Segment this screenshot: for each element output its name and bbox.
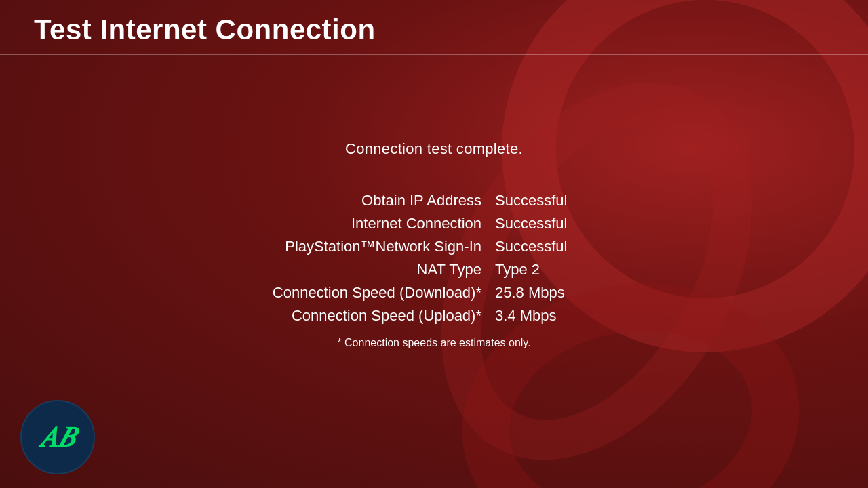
- result-label: Connection Speed (Upload)*: [237, 307, 495, 325]
- result-row: PlayStation™Network Sign-InSuccessful: [237, 238, 631, 256]
- result-label: Connection Speed (Download)*: [237, 284, 495, 302]
- result-label: Internet Connection: [237, 215, 495, 232]
- result-value: Successful: [495, 215, 631, 232]
- result-row: Obtain IP AddressSuccessful: [237, 192, 631, 209]
- results-table: Obtain IP AddressSuccessfulInternet Conn…: [237, 192, 631, 330]
- main-area: Connection test complete. Obtain IP Addr…: [0, 55, 868, 488]
- result-label: Obtain IP Address: [237, 192, 495, 209]
- result-row: Connection Speed (Upload)*3.4 Mbps: [237, 307, 631, 325]
- status-message: Connection test complete.: [345, 140, 523, 158]
- result-row: Connection Speed (Download)*25.8 Mbps: [237, 284, 631, 302]
- page-content: Test Internet Connection Connection test…: [0, 0, 868, 488]
- page-header: Test Internet Connection: [0, 0, 868, 55]
- page-title: Test Internet Connection: [34, 14, 834, 46]
- result-row: Internet ConnectionSuccessful: [237, 215, 631, 232]
- result-row: NAT TypeType 2: [237, 261, 631, 279]
- result-value: Successful: [495, 238, 631, 256]
- result-value: 25.8 Mbps: [495, 284, 631, 302]
- result-value: Successful: [495, 192, 631, 209]
- result-value: Type 2: [495, 261, 631, 279]
- disclaimer-text: * Connection speeds are estimates only.: [337, 337, 530, 349]
- result-value: 3.4 Mbps: [495, 307, 631, 325]
- result-label: NAT Type: [237, 261, 495, 279]
- result-label: PlayStation™Network Sign-In: [237, 238, 495, 256]
